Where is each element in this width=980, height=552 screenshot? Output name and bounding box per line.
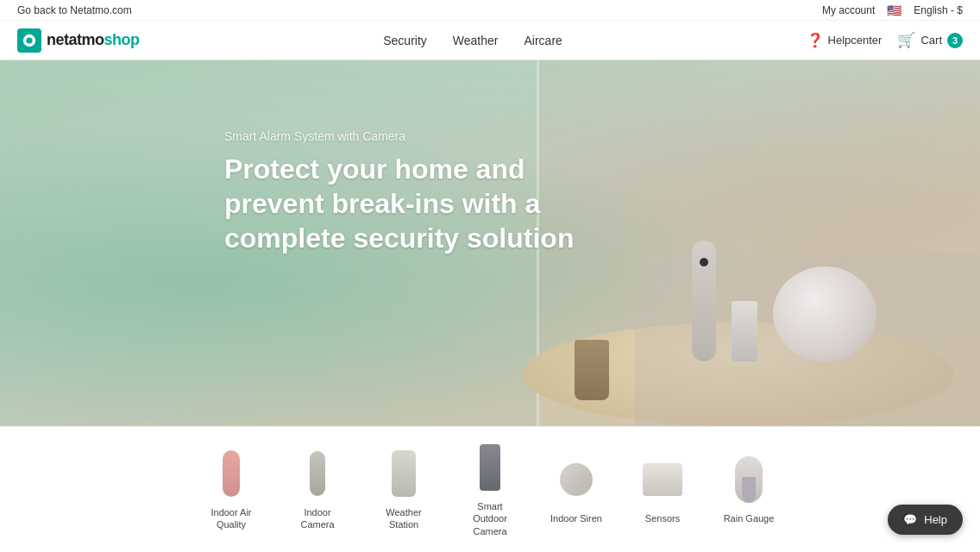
sensors-icon — [643, 463, 682, 496]
product-thumb-sensors — [638, 454, 687, 505]
logo-icon — [17, 28, 41, 53]
helpcenter-icon: ❓ — [807, 32, 824, 48]
helpcenter-label: Helpcenter — [828, 34, 883, 47]
product-thumb-indoor-camera — [293, 448, 342, 499]
product-strip: Indoor AirQuality Indoor Camera Weather … — [0, 426, 980, 552]
product-thumb-outdoor-camera — [466, 442, 514, 493]
product-thumb-siren — [552, 454, 600, 505]
back-link-container[interactable]: Go back to Netatmo.com — [17, 4, 132, 16]
nav-weather[interactable]: Weather — [453, 34, 499, 47]
outdoor-cam-icon — [480, 444, 500, 491]
product-list: Indoor AirQuality Indoor Camera Weather … — [188, 433, 792, 546]
logo-netatmo: netatmo — [47, 31, 104, 48]
product-item-air-quality[interactable]: Indoor AirQuality — [188, 439, 274, 540]
product-item-siren[interactable]: Indoor Siren — [533, 445, 619, 533]
product-item-outdoor-camera[interactable]: Smart OutdoorCamera — [447, 433, 533, 546]
help-fab-button[interactable]: 💬 Help — [888, 505, 963, 535]
hero-round-device — [773, 267, 876, 361]
navbar-actions: ❓ Helpcenter 🛒 Cart 3 — [807, 31, 963, 49]
product-thumb-weather-station — [380, 448, 428, 499]
product-name-air-quality: Indoor AirQuality — [210, 506, 251, 531]
logo-shop: shop — [104, 31, 140, 48]
back-link[interactable]: Go back to Netatmo.com — [17, 4, 132, 16]
hero-plant-decoration — [575, 340, 609, 400]
weather-station-icon — [392, 450, 416, 497]
nav-security[interactable]: Security — [383, 34, 427, 47]
cart-icon: 🛒 — [897, 31, 915, 49]
logo[interactable]: netatmoshop — [17, 28, 140, 53]
hero-title: Protect your home and prevent break-ins … — [224, 152, 587, 255]
indoor-cam-icon — [310, 451, 325, 496]
hero-subtitle: Smart Alarm System with Camera — [224, 129, 587, 143]
navbar: netatmoshop Security Weather Aircare ❓ H… — [0, 21, 980, 60]
siren-icon — [560, 463, 593, 496]
cart-count-badge: 3 — [947, 33, 963, 48]
product-thumb-air-quality — [207, 448, 255, 499]
language-currency: English - $ — [914, 4, 963, 16]
logo-svg — [22, 33, 37, 48]
hero-section: Smart Alarm System with Camera Protect y… — [0, 60, 980, 426]
product-name-rain-gauge: Rain Gauge — [724, 512, 775, 524]
hero-camera-device — [692, 241, 716, 361]
product-item-indoor-camera[interactable]: Indoor Camera — [274, 439, 361, 540]
product-item-rain-gauge[interactable]: Rain Gauge — [706, 445, 792, 533]
cart-button[interactable]: 🛒 Cart 3 — [897, 31, 963, 49]
product-name-weather-station: Weather Station — [374, 506, 433, 531]
product-item-sensors[interactable]: Sensors — [619, 445, 706, 533]
cart-label: Cart — [920, 34, 942, 47]
product-name-siren: Indoor Siren — [550, 512, 602, 524]
hero-text-block: Smart Alarm System with Camera Protect y… — [224, 129, 587, 255]
help-label: Help — [924, 513, 947, 526]
main-nav: Security Weather Aircare — [383, 34, 562, 47]
top-bar-right: My account 🇺🇸 English - $ — [822, 3, 963, 17]
product-name-outdoor-camera: Smart OutdoorCamera — [461, 500, 519, 537]
nav-aircare[interactable]: Aircare — [524, 34, 562, 47]
product-name-sensors: Sensors — [645, 512, 680, 524]
rain-gauge-icon — [735, 456, 763, 503]
account-link[interactable]: My account — [822, 4, 875, 16]
product-section: Indoor AirQuality Indoor Camera Weather … — [0, 426, 980, 552]
air-quality-icon — [223, 450, 240, 497]
logo-text: netatmoshop — [47, 31, 140, 49]
hero-small-device — [732, 301, 757, 361]
svg-point-1 — [26, 37, 32, 43]
product-thumb-rain-gauge — [725, 454, 773, 505]
flag-icon: 🇺🇸 — [887, 3, 901, 17]
help-icon: 💬 — [903, 513, 917, 526]
top-bar: Go back to Netatmo.com My account 🇺🇸 Eng… — [0, 0, 980, 21]
product-item-weather-station[interactable]: Weather Station — [361, 439, 447, 540]
hero-devices — [692, 241, 876, 361]
product-name-indoor-camera: Indoor Camera — [288, 506, 347, 531]
helpcenter-link[interactable]: ❓ Helpcenter — [807, 32, 883, 48]
